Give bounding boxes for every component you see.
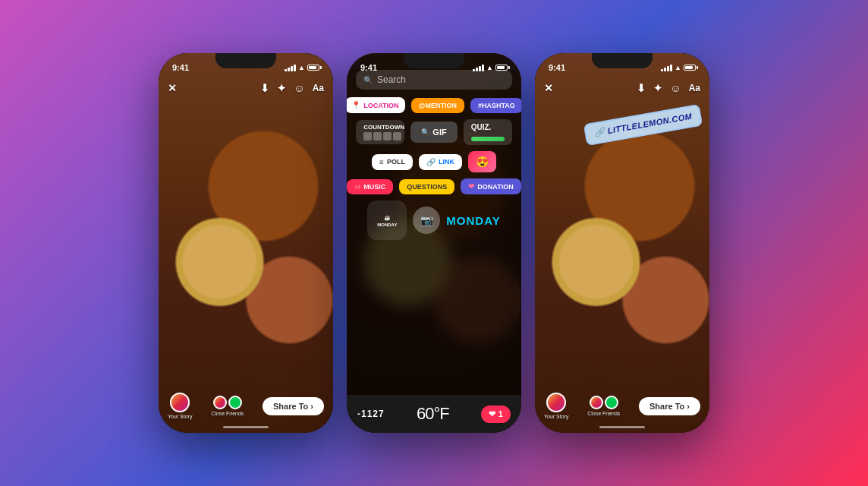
sticker-quiz[interactable]: QUIZ. — [464, 119, 512, 145]
day-sticker[interactable]: MONDAY — [446, 214, 500, 227]
wifi-icon: ▲ — [298, 64, 305, 71]
questions-label: QUESTIONS — [407, 183, 447, 191]
sticker-poll[interactable]: ≡ POLL — [372, 154, 413, 170]
text-icon[interactable]: Aa — [313, 83, 324, 93]
like-button[interactable]: ❤ 1 — [481, 406, 511, 423]
close-friends-avatar2[interactable] — [228, 396, 242, 409]
heart-icon: ❤ — [468, 182, 474, 191]
battery-icon — [307, 65, 319, 71]
close-friends-section: Close Friends — [211, 396, 244, 416]
status-icons-left: ▲ — [285, 64, 319, 71]
wifi-icon-center: ▲ — [486, 64, 493, 71]
poll-label: POLL — [387, 158, 405, 166]
sticker-hashtag[interactable]: #HASHTAG — [470, 98, 521, 113]
sticker-link[interactable]: 🔗 LINK — [419, 154, 462, 170]
top-toolbar-left: ✕ ⬇ ✦ ☺ Aa — [159, 76, 333, 100]
bottom-bar-right: Your Story Close Friends Share To › — [535, 393, 709, 419]
camera-button[interactable]: 📷 — [413, 207, 440, 234]
countdown-label: COUNTDOWN — [363, 124, 404, 131]
download-icon[interactable]: ⬇ — [260, 82, 269, 94]
signal-icon-right — [661, 64, 672, 71]
sticker-emoji-reaction[interactable]: 😍 — [468, 151, 496, 172]
keypad-numbers: -1127 — [357, 409, 385, 419]
close-icon[interactable]: ✕ — [168, 82, 177, 94]
close-friends-avatars-right — [590, 396, 618, 409]
move-icon-right[interactable]: ✦ — [653, 82, 662, 94]
coffee-emoji: ☕ — [384, 215, 391, 221]
close-friends-label: Close Friends — [211, 411, 244, 416]
close-friends-avatar1-right[interactable] — [590, 396, 603, 409]
bottom-bar-left: Your Story Close Friends Share To › — [159, 393, 333, 419]
wifi-icon-right: ▲ — [675, 64, 681, 71]
status-icons-center: ▲ — [473, 64, 508, 71]
countdown-boxes — [363, 132, 401, 140]
bottom-sticker-icons: ☕ MONDAY 📷 MONDAY — [347, 200, 521, 240]
your-story-section-right: Your Story — [544, 393, 568, 419]
hashtag-label: #HASHTAG — [478, 102, 515, 109]
phone-right: 9:41 ▲ ✕ ⬇ ✦ ☺ Aa — [535, 53, 709, 433]
status-bar-left: 9:41 ▲ — [159, 59, 333, 76]
temperature-display: 60°F — [417, 404, 449, 424]
sticker-donation[interactable]: ❤ DONATION — [461, 178, 520, 194]
sticker-gif[interactable]: 🔍 GIF — [410, 122, 457, 143]
search-gif-icon: 🔍 — [421, 128, 429, 136]
bottom-actions-center: -1127 60°F ❤ 1 — [347, 395, 521, 433]
heart-icon: ❤ — [489, 409, 495, 419]
sticker-icon[interactable]: ☺ — [294, 82, 304, 94]
sticker-music[interactable]: ♪♪ MUSIC — [347, 179, 393, 194]
quiz-label: QUIZ. — [471, 123, 492, 131]
drag-handle[interactable] — [420, 61, 448, 64]
your-story-avatar[interactable] — [170, 393, 190, 412]
search-icon: 🔍 — [363, 76, 373, 84]
sticker-icon-right[interactable]: ☺ — [670, 82, 681, 94]
location-label: LOCATION — [363, 102, 398, 109]
move-icon[interactable]: ✦ — [277, 82, 286, 94]
battery-icon-center — [495, 65, 508, 71]
status-bar-center: 9:41 ▲ — [347, 59, 521, 76]
your-story-avatar-right[interactable] — [546, 393, 566, 412]
toolbar-right-right: ⬇ ✦ ☺ Aa — [637, 82, 700, 94]
music-note-icon: ♪♪ — [354, 183, 360, 190]
home-indicator-left — [223, 426, 269, 428]
status-icons-right: ▲ — [661, 64, 696, 71]
sticker-panel[interactable]: 🔍 Search 📍 LOCATION @MENTION #HASHTAG — [347, 53, 521, 433]
sticker-row-2: COUNTDOWN 🔍 GIF QUIZ. — [356, 119, 512, 145]
location-pin-icon: 📍 — [351, 101, 360, 109]
share-button-right[interactable]: Share To › — [639, 397, 700, 415]
download-icon-right[interactable]: ⬇ — [637, 82, 646, 94]
link-icon: 🔗 — [426, 158, 436, 166]
home-indicator-right — [599, 426, 645, 428]
sticker-row-1: 📍 LOCATION @MENTION #HASHTAG — [356, 97, 512, 113]
toolbar-right-left: ⬇ ✦ ☺ Aa — [260, 82, 324, 94]
like-count: 1 — [498, 409, 503, 418]
monday-sticker[interactable]: ☕ MONDAY — [367, 200, 407, 240]
close-friends-section-right: Close Friends — [587, 396, 620, 416]
music-label: MUSIC — [363, 183, 385, 191]
status-bar-right: 9:41 ▲ — [535, 59, 709, 76]
share-button-left[interactable]: Share To › — [263, 397, 324, 415]
sticker-grid: 📍 LOCATION @MENTION #HASHTAG COUNTDOWN — [347, 97, 521, 194]
mention-label: @MENTION — [419, 102, 457, 109]
phone-left: 9:41 ▲ ✕ ⬇ ✦ ☺ Aa — [159, 53, 333, 433]
close-icon-right[interactable]: ✕ — [544, 82, 553, 94]
sticker-mention[interactable]: @MENTION — [411, 98, 464, 113]
your-story-section: Your Story — [168, 393, 192, 419]
battery-icon-right — [684, 65, 696, 71]
gif-label: GIF — [432, 128, 446, 137]
close-friends-avatar1[interactable] — [213, 396, 227, 409]
close-friends-avatar2-right[interactable] — [605, 396, 618, 409]
sticker-countdown[interactable]: COUNTDOWN — [356, 120, 404, 144]
signal-icon-center — [473, 64, 484, 71]
close-friends-avatars — [213, 396, 242, 409]
poll-icon: ≡ — [379, 158, 384, 166]
quiz-bar — [471, 137, 505, 141]
sticker-questions[interactable]: QUESTIONS — [399, 179, 454, 194]
emoji-icon: 😍 — [476, 156, 489, 168]
donation-label: DONATION — [477, 183, 513, 191]
sticker-location[interactable]: 📍 LOCATION — [347, 97, 405, 113]
text-icon-right[interactable]: Aa — [689, 83, 700, 93]
status-time-left: 9:41 — [172, 63, 189, 72]
status-time-right: 9:41 — [549, 63, 565, 72]
close-friends-label-right: Close Friends — [587, 411, 620, 416]
signal-icon — [285, 64, 296, 71]
